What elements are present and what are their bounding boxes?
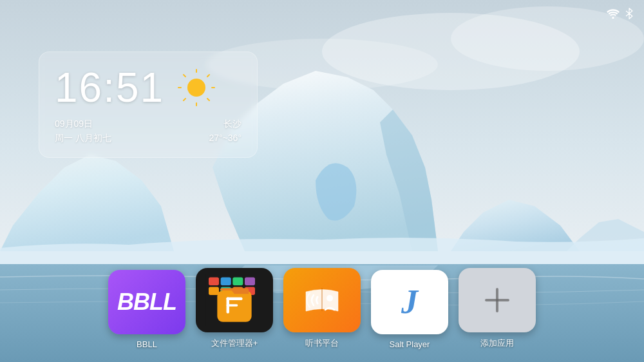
- svg-rect-18: [232, 277, 243, 285]
- date-info: 09月09日 周一 八月初七: [55, 117, 111, 146]
- tingshu-svg: [299, 278, 345, 323]
- app-dock: BBLL BBLL: [0, 268, 644, 349]
- app-item-filemanager[interactable]: 文件管理器+: [196, 268, 273, 349]
- wifi-icon: [607, 8, 620, 19]
- svg-point-6: [187, 79, 205, 97]
- svg-point-30: [327, 295, 333, 301]
- saltplayer-icon[interactable]: J: [371, 270, 448, 334]
- bbll-icon[interactable]: BBLL: [108, 270, 185, 334]
- weather-info: 长沙 27°~36°: [209, 117, 242, 146]
- app-item-addapp[interactable]: 添加应用: [459, 268, 536, 349]
- bbll-icon-text: BBLL: [117, 289, 176, 316]
- app-item-bbll[interactable]: BBLL BBLL: [108, 270, 185, 349]
- clock-widget: 16:51 09月09日 周一 八月初七 长沙 27°~36°: [39, 52, 258, 158]
- svg-rect-19: [245, 277, 255, 285]
- svg-line-14: [184, 99, 185, 100]
- saltplayer-svg: J: [387, 280, 432, 325]
- add-icon-svg: [481, 284, 513, 316]
- svg-point-5: [612, 17, 614, 19]
- svg-text:J: J: [401, 283, 419, 320]
- status-bar: [607, 8, 634, 19]
- svg-rect-20: [209, 287, 219, 295]
- weather-sun-icon: [177, 68, 216, 107]
- bbll-label: BBLL: [137, 339, 157, 349]
- svg-rect-17: [221, 277, 231, 285]
- time-display: 16:51: [55, 64, 164, 111]
- svg-line-11: [184, 75, 185, 77]
- addapp-icon[interactable]: [459, 268, 536, 332]
- svg-rect-27: [227, 304, 238, 307]
- filemanager-svg: [205, 274, 263, 326]
- filemanager-label: 文件管理器+: [211, 338, 258, 349]
- svg-line-12: [207, 99, 209, 100]
- svg-rect-16: [209, 277, 219, 285]
- svg-line-13: [207, 75, 209, 77]
- addapp-label: 添加应用: [480, 338, 514, 349]
- tingshu-label: 听书平台: [305, 338, 339, 349]
- tingshu-icon[interactable]: [283, 268, 361, 332]
- filemanager-icon[interactable]: [196, 268, 273, 332]
- saltplayer-label: Salt Player: [390, 339, 430, 349]
- bluetooth-icon: [625, 8, 634, 19]
- app-item-tingshu[interactable]: 听书平台: [283, 268, 361, 349]
- app-item-saltplayer[interactable]: J Salt Player: [371, 270, 448, 349]
